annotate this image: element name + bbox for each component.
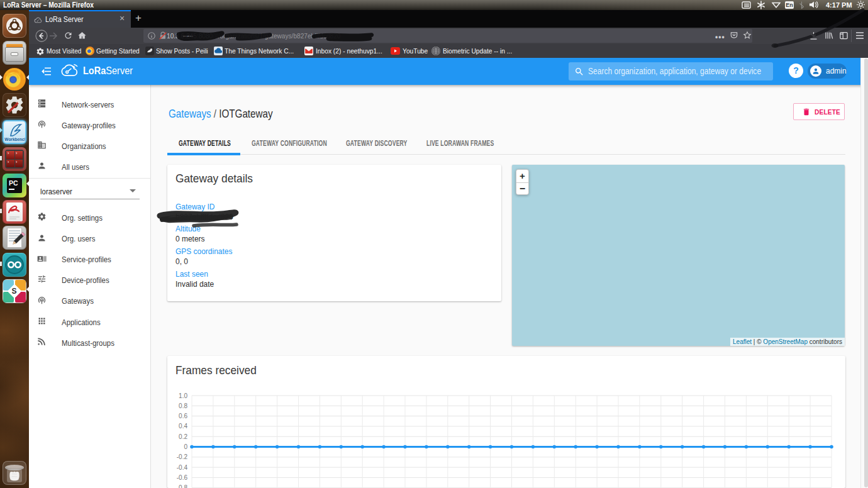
svg-text:0.6: 0.6 <box>179 413 187 419</box>
svg-text:0.2: 0.2 <box>179 433 187 440</box>
svg-text:0.4: 0.4 <box>179 423 187 430</box>
svg-text:0: 0 <box>184 443 187 450</box>
svg-text:-0.8: -0.8 <box>177 484 188 488</box>
svg-text:0.8: 0.8 <box>179 402 187 409</box>
svg-text:-0.2: -0.2 <box>177 453 188 460</box>
svg-text:-0.4: -0.4 <box>177 464 188 471</box>
svg-text:-0.6: -0.6 <box>177 474 188 481</box>
svg-text:1.0: 1.0 <box>179 392 187 399</box>
